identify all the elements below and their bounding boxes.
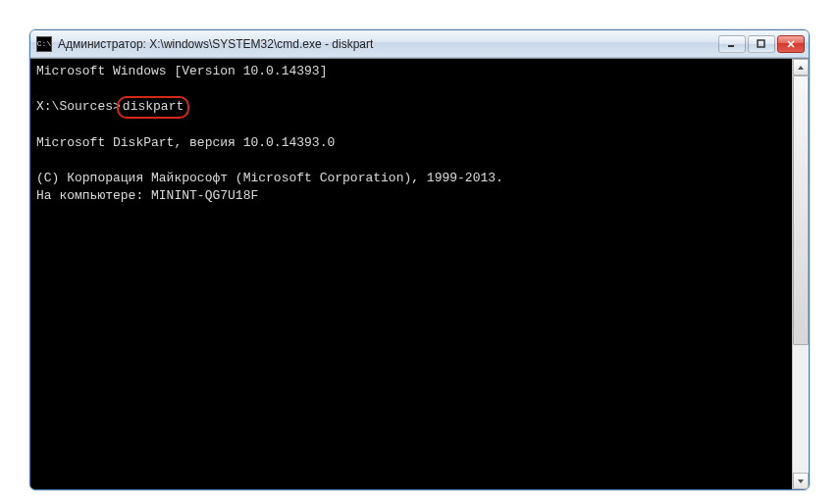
scroll-track[interactable] [793,76,809,473]
svg-rect-1 [758,40,764,47]
svg-marker-5 [798,479,804,483]
console-line: На компьютере: MININT-QG7U18F [36,188,258,203]
console-prompt: X:\Sources> [36,99,121,114]
scroll-down-button[interactable] [793,473,809,489]
cmd-window: C:\ Администратор: X:\windows\SYSTEM32\c… [29,29,810,490]
maximize-button[interactable] [748,35,775,53]
client-area: Microsoft Windows [Version 10.0.14393] X… [30,58,809,489]
close-button[interactable] [777,35,805,53]
command-text: diskpart [123,99,184,114]
scroll-up-button[interactable] [793,59,809,76]
highlighted-command: diskpart [117,96,189,118]
vertical-scrollbar[interactable] [792,59,809,489]
minimize-button[interactable] [718,35,746,53]
console-line: (C) Корпорация Майкрософт (Microsoft Cor… [36,171,503,185]
titlebar[interactable]: C:\ Администратор: X:\windows\SYSTEM32\c… [30,30,809,58]
cmd-icon: C:\ [36,36,52,52]
window-title: Администратор: X:\windows\SYSTEM32\cmd.e… [58,37,718,51]
svg-marker-4 [798,66,804,70]
console-line: Microsoft Windows [Version 10.0.14393] [36,64,327,78]
window-controls [718,35,805,53]
console-line: Microsoft DiskPart, версия 10.0.14393.0 [36,135,335,150]
scroll-thumb[interactable] [793,76,809,345]
console-output[interactable]: Microsoft Windows [Version 10.0.14393] X… [30,59,792,489]
